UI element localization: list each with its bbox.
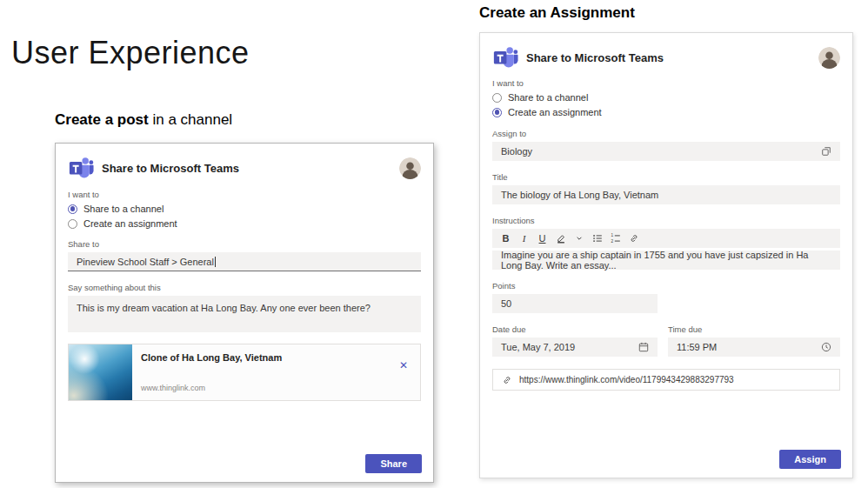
radio-label: Share to a channel — [83, 204, 164, 214]
shared-link-field[interactable]: https://www.thinglink.com/video/11799434… — [492, 369, 840, 391]
share-to-label: Share to — [68, 239, 421, 249]
link-icon[interactable] — [624, 229, 643, 248]
date-due-label: Date due — [492, 324, 658, 334]
assign-to-label: Assign to — [492, 129, 840, 138]
clock-icon[interactable] — [821, 342, 831, 352]
assign-to-input[interactable]: Biology — [492, 142, 840, 161]
instructions-label: Instructions — [492, 216, 840, 225]
dialog-header: Share to Microsoft Teams — [68, 155, 421, 181]
time-due-label: Time due — [668, 324, 840, 334]
radio-selected-icon — [492, 108, 502, 117]
shared-link-value: https://www.thinglink.com/video/11799434… — [519, 375, 734, 384]
bullet-list-icon[interactable] — [588, 229, 606, 248]
share-to-channel-dialog: Share to Microsoft Teams I want to Share… — [55, 143, 434, 483]
link-preview-body: Clone of Ha Long Bay, Vietnam www.thingl… — [132, 344, 420, 400]
teams-logo-icon — [68, 155, 94, 181]
teams-logo-icon — [492, 44, 518, 70]
time-due-value: 11:59 PM — [677, 342, 717, 352]
instructions-value: Imagine you are a ship captain in 1755 a… — [501, 250, 831, 271]
radio-unselected-icon — [492, 93, 502, 103]
radio-unselected-icon — [68, 219, 77, 229]
open-picker-icon[interactable] — [821, 146, 831, 157]
calendar-icon[interactable] — [638, 342, 649, 352]
title-input[interactable]: The biology of Ha Long Bay, Vietnam — [492, 185, 840, 204]
title-value: The biology of Ha Long Bay, Vietnam — [501, 190, 658, 200]
share-to-input[interactable]: Pineview School Staff > General — [68, 252, 421, 271]
slide-title: User Experience — [11, 35, 250, 71]
points-label: Points — [492, 281, 840, 291]
title-label: Title — [492, 172, 840, 182]
user-avatar[interactable] — [399, 157, 421, 179]
date-due-input[interactable]: Tue, May 7, 2019 — [492, 338, 658, 357]
radio-share-to-channel[interactable]: Share to a channel — [68, 204, 421, 214]
date-due-column: Date due Tue, May 7, 2019 — [492, 324, 658, 357]
assign-to-value: Biology — [501, 146, 532, 157]
left-caption-bold: Create a post — [55, 111, 149, 128]
radio-selected-icon — [68, 204, 77, 214]
link-preview-title: Clone of Ha Long Bay, Vietnam — [141, 352, 411, 363]
bold-icon[interactable]: B — [497, 229, 515, 248]
left-dialog-caption: Create a post in a channel — [55, 111, 232, 129]
right-dialog-caption: Create an Assignment — [479, 4, 635, 22]
dialog-title: Share to Microsoft Teams — [526, 51, 818, 64]
numbered-list-icon[interactable]: 1 2 — [606, 229, 624, 248]
radio-create-assignment[interactable]: Create an assignment — [68, 218, 421, 229]
user-avatar[interactable] — [818, 47, 840, 69]
link-preview-card: Clone of Ha Long Bay, Vietnam www.thingl… — [68, 344, 421, 401]
points-value: 50 — [501, 298, 511, 309]
time-due-column: Time due 11:59 PM — [668, 324, 840, 357]
radio-label: Create an assignment — [508, 107, 602, 117]
svg-text:2: 2 — [611, 239, 613, 244]
radio-create-assignment[interactable]: Create an assignment — [492, 107, 840, 117]
date-due-value: Tue, May 7, 2019 — [501, 342, 575, 352]
link-preview-thumbnail — [69, 344, 132, 400]
highlight-icon[interactable] — [551, 229, 570, 248]
message-textarea[interactable]: This is my dream vacation at Ha Long Bay… — [68, 296, 421, 332]
radio-label: Share to a channel — [508, 92, 588, 103]
share-to-value: Pineview School Staff > General — [77, 257, 216, 267]
i-want-to-label: I want to — [68, 190, 421, 199]
radio-label: Create an assignment — [83, 218, 177, 229]
say-something-label: Say something about this — [68, 283, 421, 292]
share-button[interactable]: Share — [365, 454, 422, 473]
svg-text:1: 1 — [611, 233, 613, 237]
chevron-down-icon[interactable] — [570, 229, 588, 248]
assign-button[interactable]: Assign — [779, 450, 841, 469]
radio-share-to-channel[interactable]: Share to a channel — [492, 92, 840, 103]
dialog-header: Share to Microsoft Teams — [492, 44, 840, 70]
points-input[interactable]: 50 — [492, 294, 658, 313]
left-caption-rest: in a channel — [149, 111, 232, 128]
due-row: Date due Tue, May 7, 2019 Time due 11:59… — [492, 324, 840, 357]
dialog-title: Share to Microsoft Teams — [102, 162, 399, 175]
link-preview-domain: www.thinglink.com — [141, 384, 411, 392]
instructions-input[interactable]: Imagine you are a ship captain in 1755 a… — [492, 251, 840, 270]
time-due-input[interactable]: 11:59 PM — [668, 338, 840, 357]
underline-icon[interactable]: U — [533, 229, 551, 248]
italic-icon[interactable]: I — [515, 229, 533, 248]
create-assignment-dialog: Share to Microsoft Teams I want to Share… — [479, 32, 853, 478]
link-icon — [502, 375, 512, 385]
close-icon[interactable]: ✕ — [399, 360, 408, 371]
i-want-to-label: I want to — [492, 78, 840, 88]
formatting-toolbar: B I U 1 2 — [492, 229, 840, 248]
